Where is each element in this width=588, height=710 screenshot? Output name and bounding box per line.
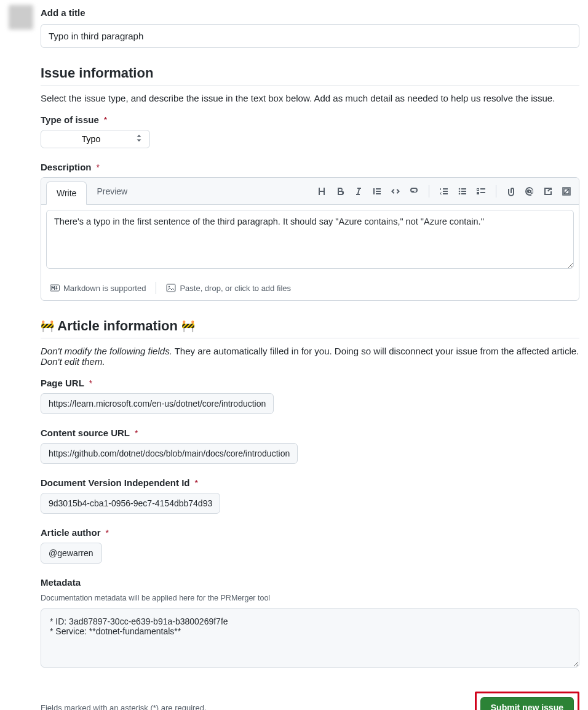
- issue-info-heading: Issue information: [41, 65, 579, 86]
- required-asterisk: *: [96, 162, 99, 172]
- image-icon: [166, 283, 176, 293]
- article-author-label: Article author: [41, 527, 101, 538]
- doc-version-id-label: Document Version Independent Id: [41, 477, 190, 488]
- avatar: [9, 5, 33, 30]
- metadata-subtext: Documentation metadata will be applied h…: [41, 594, 579, 602]
- svg-point-5: [169, 286, 170, 287]
- italic-icon[interactable]: [354, 186, 364, 196]
- required-asterisk: *: [194, 478, 197, 488]
- issue-info-desc: Select the issue type, and describe the …: [41, 93, 579, 103]
- page-url-field[interactable]: https://learn.microsoft.com/en-us/dotnet…: [41, 393, 274, 414]
- svg-rect-4: [167, 284, 175, 292]
- submit-highlight-box: Submit new issue: [475, 692, 579, 710]
- task-list-icon[interactable]: [476, 186, 486, 196]
- article-info-heading: 🚧 Article information 🚧: [41, 318, 579, 338]
- description-label: Description: [41, 162, 92, 172]
- cross-reference-icon[interactable]: [543, 186, 553, 196]
- toolbar-separator: [429, 185, 429, 197]
- required-asterisk: *: [135, 428, 138, 438]
- construction-icon: 🚧: [41, 320, 54, 332]
- content-source-url-field[interactable]: https://github.com/dotnet/docs/blob/main…: [41, 443, 298, 464]
- required-asterisk: *: [89, 378, 92, 388]
- article-author-field[interactable]: @gewarren: [41, 543, 102, 564]
- doc-version-id-field[interactable]: 9d3015b4-cba1-0956-9ec7-4154dbb74d93: [41, 493, 220, 514]
- description-textarea[interactable]: [46, 210, 574, 269]
- mention-icon[interactable]: [525, 186, 534, 196]
- tab-write[interactable]: Write: [46, 181, 87, 205]
- required-asterisk: *: [105, 528, 108, 538]
- bold-icon[interactable]: [335, 186, 345, 196]
- footer-separator: [156, 282, 156, 294]
- heading-icon[interactable]: [317, 186, 327, 196]
- add-title-label: Add a title: [41, 7, 579, 18]
- markdown-icon: [50, 283, 60, 293]
- type-of-issue-value: Typo: [82, 134, 100, 144]
- svg-point-0: [459, 188, 461, 189]
- description-editor: Write Preview: [41, 177, 579, 301]
- metadata-textarea[interactable]: [41, 608, 579, 668]
- article-info-desc: Don't modify the following fields. They …: [41, 346, 579, 367]
- tab-preview[interactable]: Preview: [87, 180, 138, 202]
- construction-icon: 🚧: [181, 320, 195, 332]
- page-url-label: Page URL: [41, 378, 84, 388]
- toolbar-separator: [496, 185, 496, 197]
- ordered-list-icon[interactable]: [439, 186, 449, 196]
- saved-reply-icon[interactable]: [562, 186, 571, 196]
- submit-new-issue-button[interactable]: Submit new issue: [480, 697, 574, 710]
- code-icon[interactable]: [391, 186, 400, 196]
- attach-icon[interactable]: [506, 186, 516, 196]
- svg-point-1: [459, 190, 461, 192]
- content-source-url-label: Content source URL: [41, 428, 130, 438]
- title-input[interactable]: [41, 24, 579, 48]
- metadata-label: Metadata: [41, 577, 81, 588]
- markdown-supported-note[interactable]: Markdown is supported: [50, 283, 146, 293]
- type-of-issue-label: Type of issue: [41, 114, 99, 125]
- type-of-issue-select[interactable]: Typo: [41, 130, 150, 148]
- required-fields-note: Fields marked with an asterisk (*) are r…: [41, 703, 207, 711]
- link-icon[interactable]: [409, 186, 419, 196]
- svg-point-2: [459, 193, 461, 194]
- attach-files-note[interactable]: Paste, drop, or click to add files: [166, 283, 291, 293]
- required-asterisk: *: [104, 115, 107, 125]
- unordered-list-icon[interactable]: [458, 186, 467, 196]
- quote-icon[interactable]: [372, 186, 382, 196]
